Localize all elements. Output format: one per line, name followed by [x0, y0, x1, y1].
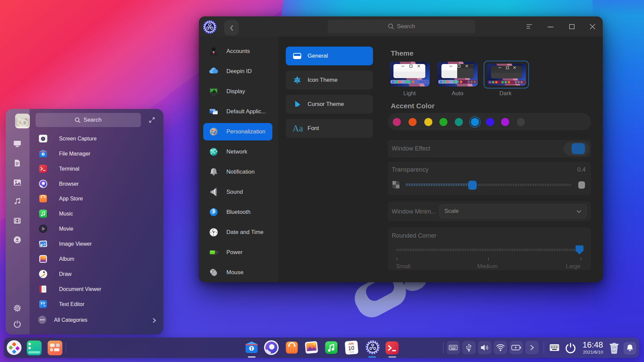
svg-text:THUR: THUR	[349, 351, 354, 353]
svg-text:10: 10	[348, 345, 355, 351]
